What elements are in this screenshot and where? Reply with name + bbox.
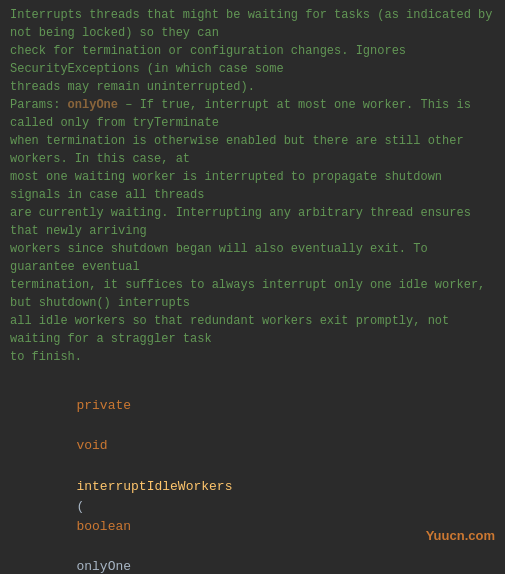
comment-line-1: Interrupts threads that might be waiting…	[10, 6, 495, 42]
comment-line-3: threads may remain uninterrupted).	[10, 78, 495, 96]
watermark: Yuucn.com	[426, 526, 495, 546]
method-name: interruptIdleWorkers	[76, 479, 232, 494]
comment-line-8: workers since shutdown began will also e…	[10, 240, 495, 276]
comment-line-7: are currently waiting. Interrupting any …	[10, 204, 495, 240]
keyword-private: private	[76, 398, 131, 413]
comment-line-5: when termination is otherwise enabled bu…	[10, 132, 495, 168]
comment-line-4: Params: onlyOne – If true, interrupt at …	[10, 96, 495, 132]
param-onlyone: onlyOne	[76, 559, 131, 574]
keyword-void: void	[76, 438, 107, 453]
comment-block: Interrupts threads that might be waiting…	[0, 0, 505, 372]
comment-line-6: most one waiting worker is interrupted t…	[10, 168, 495, 204]
code-container: Interrupts threads that might be waiting…	[0, 0, 505, 574]
comment-line-2: check for termination or configuration c…	[10, 42, 495, 78]
comment-line-9: termination, it suffices to always inter…	[10, 276, 495, 312]
comment-line-11: to finish.	[10, 348, 495, 366]
keyword-boolean: boolean	[76, 519, 131, 534]
comment-line-10: all idle workers so that redundant worke…	[10, 312, 495, 348]
